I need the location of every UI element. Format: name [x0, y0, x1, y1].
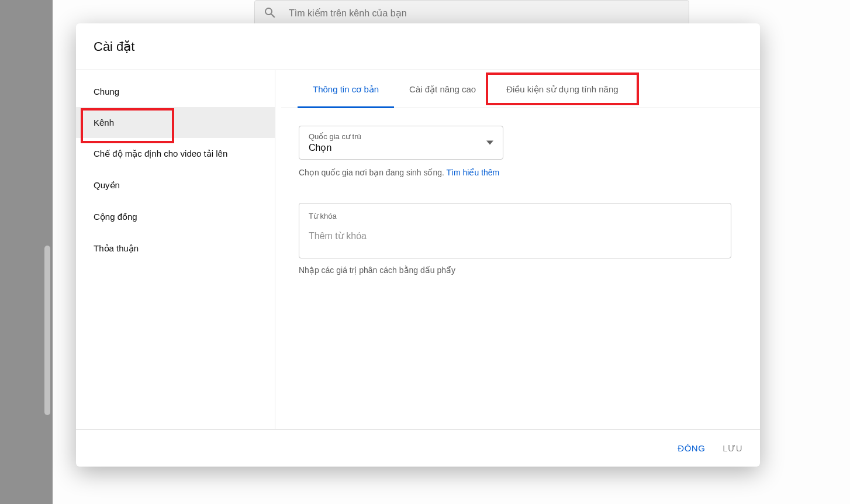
settings-dialog: Cài đặt Chung Kênh Chế độ mặc định cho v…: [76, 23, 760, 467]
dialog-footer: ĐÓNG LƯU: [76, 429, 760, 467]
nav-channel[interactable]: Kênh: [76, 107, 275, 138]
nav-agreements[interactable]: Thỏa thuận: [76, 233, 275, 264]
tab-feature-eligibility[interactable]: Điều kiện sử dụng tính năng: [491, 70, 633, 108]
nav-permissions[interactable]: Quyền: [76, 170, 275, 201]
country-label: Quốc gia cư trú: [309, 132, 495, 141]
keywords-input[interactable]: [309, 231, 721, 241]
chevron-down-icon: [486, 139, 493, 146]
search-box[interactable]: Tìm kiếm trên kênh của bạn: [254, 0, 689, 26]
keywords-box[interactable]: Từ khóa: [299, 203, 731, 258]
dialog-title: Cài đặt: [94, 39, 134, 54]
close-button[interactable]: ĐÓNG: [678, 443, 705, 453]
search-icon: [263, 6, 277, 20]
keywords-label: Từ khóa: [309, 212, 721, 220]
save-button[interactable]: LƯU: [723, 443, 742, 454]
nav-upload-defaults[interactable]: Chế độ mặc định cho video tải lên: [76, 138, 275, 170]
tab-basic-info[interactable]: Thông tin cơ bản: [298, 70, 394, 108]
dialog-sidebar: Chung Kênh Chế độ mặc định cho video tải…: [76, 70, 275, 429]
dialog-body: Chung Kênh Chế độ mặc định cho video tải…: [76, 70, 760, 429]
tab-advanced[interactable]: Cài đặt nâng cao: [394, 70, 491, 108]
tab-content: Quốc gia cư trú Chọn Chọn quốc gia nơi b…: [281, 108, 760, 275]
dialog-main: Thông tin cơ bản Cài đặt nâng cao Điều k…: [275, 70, 760, 429]
learn-more-link[interactable]: Tìm hiểu thêm: [447, 168, 500, 177]
country-help: Chọn quốc gia nơi bạn đang sinh sống. Tì…: [299, 168, 742, 177]
nav-community[interactable]: Cộng đồng: [76, 201, 275, 233]
keywords-help: Nhập các giá trị phân cách bằng dấu phẩy: [299, 265, 742, 275]
country-select[interactable]: Quốc gia cư trú Chọn: [299, 126, 503, 160]
scrollbar[interactable]: [44, 246, 50, 415]
search-placeholder: Tìm kiếm trên kênh của bạn: [289, 8, 407, 19]
dialog-header: Cài đặt: [76, 23, 760, 70]
tabs: Thông tin cơ bản Cài đặt nâng cao Điều k…: [281, 70, 760, 108]
nav-general[interactable]: Chung: [76, 76, 275, 107]
country-value: Chọn: [309, 142, 495, 153]
